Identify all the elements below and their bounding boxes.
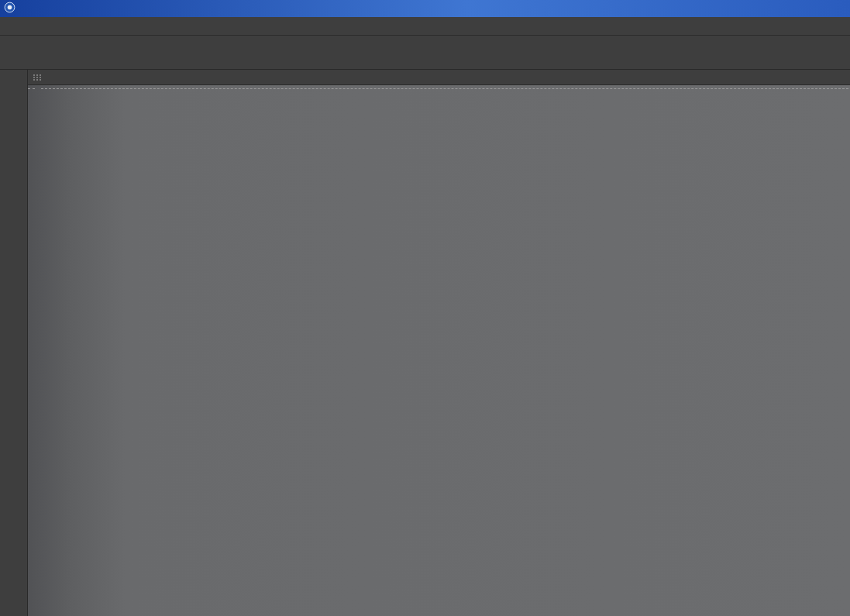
viewport-area bbox=[28, 70, 850, 616]
palette-grip-icon[interactable] bbox=[33, 74, 43, 81]
tool-sidebar bbox=[0, 70, 28, 616]
main-toolbar bbox=[0, 36, 850, 70]
viewport-header bbox=[28, 88, 850, 89]
viewport-header-dash bbox=[28, 88, 35, 89]
viewport-menu-bar bbox=[28, 70, 850, 85]
perspective-viewport[interactable] bbox=[28, 85, 850, 616]
app-window bbox=[0, 0, 850, 616]
title-bar[interactable] bbox=[0, 0, 850, 17]
main-area bbox=[0, 70, 850, 616]
app-icon bbox=[4, 2, 15, 16]
menu-bar bbox=[0, 17, 850, 36]
viewport-header-dash bbox=[41, 88, 848, 89]
viewport-canvas[interactable] bbox=[28, 85, 850, 616]
